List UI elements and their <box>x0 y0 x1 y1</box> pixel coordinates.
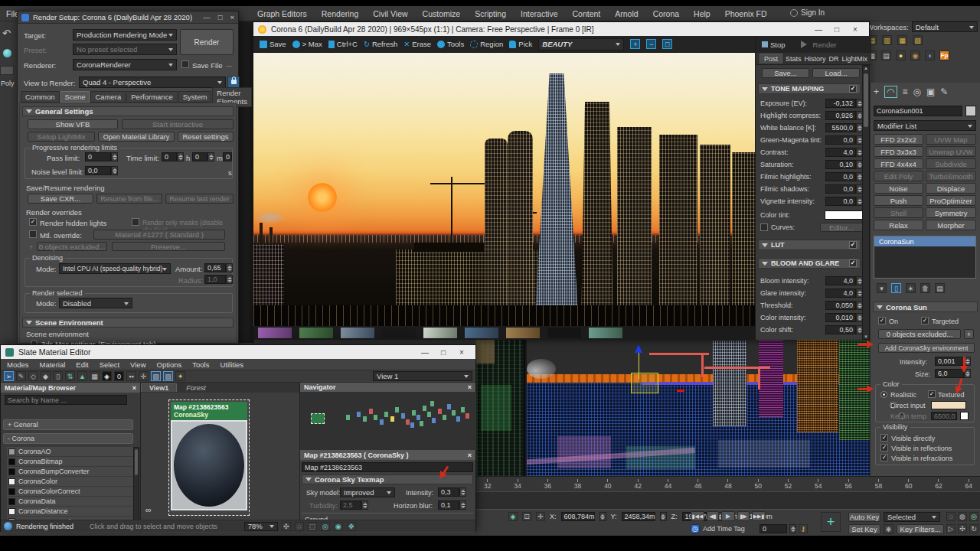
param-field[interactable]: 0,0 <box>825 184 856 194</box>
select-tool-icon[interactable]: ➢ <box>4 371 14 381</box>
horizon-blur-field[interactable]: 0,1 <box>438 500 459 510</box>
renderer-dropdown[interactable]: CoronaRenderer <box>73 59 177 70</box>
viewport-left-sliver[interactable] <box>476 339 525 476</box>
tab-common[interactable]: Common <box>21 91 60 103</box>
mtl-override-material-button[interactable]: Material #1277 ( Standard ) <box>93 230 225 240</box>
move-children-icon[interactable]: ⇅ <box>65 371 75 381</box>
sky-model-dropdown[interactable]: Improved <box>340 487 395 497</box>
active-view-dropdown[interactable]: View 1 <box>373 371 472 381</box>
history-thumbnail[interactable] <box>299 328 333 338</box>
modifier-button[interactable]: Morpher <box>926 220 976 230</box>
spinner[interactable] <box>660 512 667 521</box>
param-field[interactable]: 4,0 <box>825 289 856 298</box>
modifier-button[interactable]: ProOptimizer <box>926 195 976 206</box>
modifier-button[interactable]: Push <box>874 195 923 206</box>
browser-header[interactable]: Material/Map Browser× <box>1 383 140 393</box>
textured-checkbox[interactable]: ✓ <box>928 390 936 398</box>
kelvin-field[interactable]: 6500,0 <box>931 412 957 420</box>
color-tint-swatch[interactable] <box>825 210 863 220</box>
menu-view[interactable]: View <box>130 360 145 369</box>
coronasky-node[interactable]: Map #2138623563 CoronaSky <box>168 399 250 516</box>
menu-select[interactable]: Select <box>100 360 119 369</box>
tab-stats[interactable]: Stats <box>786 55 802 63</box>
history-thumbnail[interactable] <box>423 328 457 338</box>
param-field[interactable]: 0,50 <box>825 325 856 334</box>
tab-dr[interactable]: DR <box>829 55 839 63</box>
tab-modify-icon[interactable]: ◠ <box>884 86 897 98</box>
history-thumbnail[interactable] <box>589 328 622 338</box>
param-field[interactable]: -0,132 <box>825 99 856 108</box>
zoom-in-icon[interactable]: + <box>630 39 640 49</box>
spinner[interactable] <box>177 152 184 161</box>
close-icon[interactable]: × <box>132 384 136 392</box>
pin-stack-icon[interactable]: ▾ <box>877 283 887 293</box>
next-frame-button[interactable]: ▮▶ <box>737 511 750 521</box>
menu-utilities[interactable]: Utilities <box>220 360 243 369</box>
menu-edit[interactable]: Edit <box>76 360 88 369</box>
set-key-button[interactable]: Set Key <box>848 524 880 534</box>
modifier-button[interactable]: FFD 4x4x4 <box>874 158 923 169</box>
modifier-button[interactable]: TurboSmooth <box>926 171 976 181</box>
render-only-masks-checkbox[interactable] <box>132 218 139 226</box>
view-to-render-dropdown[interactable]: Quad 4 - Perspective <box>79 77 226 88</box>
turbidity-field[interactable]: 2,5 <box>340 500 361 510</box>
menu-civil-view[interactable]: Civil View <box>373 9 407 18</box>
close-icon[interactable]: × <box>468 452 472 459</box>
tab-camera[interactable]: Camera <box>90 91 126 103</box>
isolate-selection-icon[interactable]: ◈ <box>508 512 518 521</box>
material-list-item[interactable]: CoronaColorCorrect <box>7 487 133 497</box>
post-panel-scrollbar[interactable]: ▲▼ <box>862 65 870 340</box>
modifier-button[interactable]: UVW Map <box>926 134 976 145</box>
maximize-icon[interactable]: □ <box>828 25 846 34</box>
resume-last-render-button[interactable]: Resume last render <box>165 194 234 204</box>
undo-icon[interactable]: ↶ <box>2 28 11 39</box>
menu-modes[interactable]: Modes <box>7 360 29 369</box>
param-field[interactable]: 4,0 <box>825 148 856 157</box>
material-list-item[interactable]: CoronaBumpConverter <box>7 467 133 477</box>
open-material-library-button[interactable]: Open Material Library <box>98 132 175 142</box>
material-id-icon[interactable]: ▪▪ <box>126 371 136 381</box>
sign-in-link[interactable]: Sign In <box>801 8 825 17</box>
kelvin-swatch[interactable] <box>960 412 969 420</box>
vfb-rendered-image[interactable] <box>253 53 755 326</box>
spinner[interactable] <box>207 152 214 161</box>
menu-customize[interactable]: Customize <box>423 9 461 18</box>
radius-field[interactable]: 1,0 <box>204 275 226 284</box>
vfb-titlebar[interactable]: Corona 6 (DailyBuild Apr 28 2020) | 969×… <box>253 22 869 36</box>
tab-forest[interactable]: Forest <box>178 384 214 392</box>
time-limit-s-field[interactable]: 0 <box>223 152 232 161</box>
param-field[interactable]: 0,0 <box>825 197 856 206</box>
zero-icon[interactable]: 0 <box>114 371 124 381</box>
zoom-extents-icon[interactable]: ◎ <box>321 522 330 531</box>
tab-display-icon[interactable]: ▣ <box>926 86 935 97</box>
spinner[interactable] <box>111 152 118 161</box>
y-coordinate-field[interactable]: 2458,34m <box>622 512 655 521</box>
new-scene-plus-icon[interactable]: + <box>821 512 841 532</box>
preserve-button[interactable]: Preserve... <box>112 242 225 251</box>
tab-create-icon[interactable]: + <box>874 86 879 97</box>
node-view[interactable]: View1 Forest Map #2138623563 CoronaSky ∞ <box>141 383 299 533</box>
vfb-channel-dropdown[interactable]: BEAUTY <box>538 38 624 51</box>
material-list-item[interactable]: CoronaBitmap <box>7 457 133 467</box>
resume-from-file-button[interactable]: Resume from file... <box>96 194 162 204</box>
camera-icon[interactable]: ◉ <box>910 51 920 60</box>
toolbar-icon[interactable]: ▥ <box>882 35 892 45</box>
start-render-button[interactable]: Render <box>801 41 837 49</box>
param-field[interactable]: 5500,0 <box>825 123 856 132</box>
show-vfb-button[interactable]: Show VFB <box>28 119 118 129</box>
visible-directly-checkbox[interactable]: ✓ <box>880 434 888 442</box>
field-of-view-icon[interactable]: ▷ <box>946 524 956 533</box>
spinner[interactable] <box>361 500 368 510</box>
tone-mapping-rollout[interactable]: TONE MAPPING✓ <box>758 83 861 94</box>
pan-hand-icon[interactable]: ✣ <box>282 522 291 531</box>
material-list-item[interactable]: CoronaData <box>7 497 133 507</box>
auto-key-button[interactable]: Auto Key <box>848 512 880 522</box>
vfb-to-max-button[interactable]: > Max <box>292 40 322 48</box>
lightbulb-icon[interactable]: ● <box>896 51 906 60</box>
mtl-override-checkbox[interactable] <box>29 230 37 238</box>
stop-render-button[interactable]: Stop <box>762 41 786 49</box>
param-field[interactable]: 0,10 <box>825 160 856 169</box>
history-thumbnail[interactable] <box>506 328 540 338</box>
key-filters-button[interactable]: Key Filters... <box>897 524 944 534</box>
workspaces-dropdown[interactable]: Default <box>912 21 978 32</box>
